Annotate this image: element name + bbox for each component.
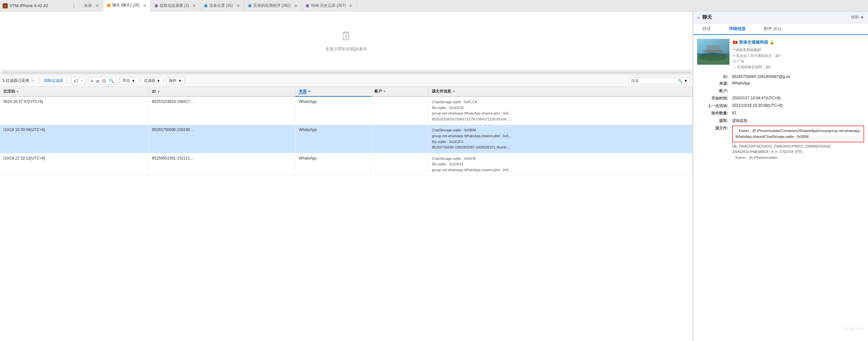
- sort-arrow-account: ▼: [383, 90, 386, 93]
- app-menu-dots[interactable]: ⋮: [70, 3, 78, 9]
- right-panel-title: 聊天: [702, 14, 848, 20]
- toolbar: 1 过滤器已应用 ▼ 清除过滤器 🏷 ▼ ≡ ≣ ⊟ 🔍 导出 ▼ 过滤器: [0, 75, 692, 87]
- tab-conversation[interactable]: 对话: [693, 23, 720, 35]
- tab-apps-close[interactable]: ✕: [294, 3, 298, 8]
- cell-source-info: ChatStorage.sqlite : 0x597EBiz.sqlite : …: [429, 153, 692, 176]
- table-row[interactable]: /9/24 16:37:47(UTC+8) 85253153833-158417…: [0, 96, 692, 125]
- chat-title: 香港交通報料區: [739, 39, 768, 46]
- chat-preview-lines: **请留意群组规则* © 私自加人而不通知组主，踢!! ◎ 广告 △ 长期唔睇吾…: [733, 47, 864, 70]
- tab-chat-close[interactable]: ✕: [143, 3, 147, 8]
- left-panel: 🗓 未显示带时间戳的事件 1 过滤器已应用 ▼ 清除过滤器 🏷 ▼ ≡ ≣ ⊟: [0, 12, 693, 341]
- col-time[interactable]: 次活动 ▼: [0, 87, 149, 96]
- source-label: 来源:: [697, 81, 730, 86]
- chat-text-preview: 🇭🇰 香港交通報料區 🔒 **请留意群组规则* © 私自加人而不通知组主，踢!!…: [733, 39, 864, 70]
- sort-arrow-id: ▼: [157, 90, 160, 93]
- tab-apps-dot: [248, 4, 251, 7]
- preview-line-3: ◎ 广告: [733, 59, 864, 64]
- cell-source-info: ChatStorage.sqlite : 0x5CC8Biz.sqlite : …: [429, 96, 692, 125]
- tab-attachments[interactable]: 附件 (61): [755, 23, 790, 35]
- chat-thumbnail: [697, 39, 730, 65]
- detail-fields: ID: 85265755690-1581905087@g.us 来源: What…: [697, 74, 864, 160]
- tab-apps[interactable]: 安装的应用程序 (392) ✕: [244, 0, 302, 12]
- chat-flag: 🇭🇰: [733, 39, 738, 45]
- search-rows-icon[interactable]: 🔍: [108, 78, 115, 84]
- align-icon-3[interactable]: ⊟: [101, 78, 107, 84]
- title-bar: V VTM iPhone 6 #2 #2 ⋮ 欢迎 ✕ 聊天 (聊天) (15)…: [0, 0, 868, 12]
- right-panel: » 聊天 转到 ▼ 对话 详细信息 附件 (61): [693, 12, 868, 341]
- cell-id: 85265755690-158190...: [149, 125, 296, 153]
- svg-rect-7: [697, 53, 730, 55]
- tag-icon[interactable]: 🏷: [73, 78, 79, 84]
- cell-time: /10/18 22:32:13(UTC+8): [0, 153, 149, 176]
- tab-location-dot: [204, 4, 208, 7]
- horizontal-scrollbar[interactable]: [0, 70, 692, 75]
- col-source-info[interactable]: 源文件信息 ▼: [429, 87, 692, 96]
- cell-source: WhatsApp: [296, 96, 371, 125]
- tab-welcome[interactable]: 欢迎 ✕: [80, 0, 103, 12]
- col-account[interactable]: 帐户 ▼: [371, 87, 429, 96]
- toolbar-separator-1: [39, 78, 40, 84]
- scrollbar-track[interactable]: [1, 71, 691, 74]
- search-input[interactable]: [631, 79, 676, 83]
- tab-bar: 欢迎 ✕ 聊天 (聊天) (15) ✕ 提取信息摘要 (1) ✕ 设备位置 (3…: [80, 0, 865, 12]
- preview-line-1: **请留意群组规则*: [733, 47, 864, 53]
- source-file-extra: (表: ZWACHATSESSION, ZWAGROUPINFO, ZWAMES…: [732, 144, 864, 155]
- actions-button[interactable]: 操作 ▼: [166, 77, 185, 85]
- tab-location-label: 设备位置 (35): [209, 3, 233, 8]
- chat-lock-icon: 🔒: [770, 39, 774, 45]
- sort-arrow-source: ▼: [308, 90, 311, 93]
- attachment-count-value: 61: [732, 111, 864, 116]
- start-time-label: 开始时间:: [697, 96, 730, 101]
- table-row[interactable]: /10/18 22:32:13(UTC+8) 85256951591-15212…: [0, 153, 692, 176]
- data-table-container: 次活动 ▼ ID ▼ 来源 ▼ 帐户 ▼: [0, 87, 692, 341]
- export-chevron: ▼: [131, 79, 135, 83]
- chat-image-inner: [697, 39, 730, 65]
- attachment-count-label: 附件数量:: [697, 111, 730, 116]
- align-icon-2[interactable]: ≣: [95, 78, 101, 84]
- right-panel-go: 转到 ▼: [851, 14, 864, 20]
- tab-location[interactable]: 设备位置 (35) ✕: [200, 0, 244, 12]
- cell-source: WhatsApp: [296, 125, 371, 153]
- tab-summary-close[interactable]: ✕: [192, 3, 196, 8]
- search-dropdown[interactable]: ▼: [684, 79, 688, 83]
- tab-chat[interactable]: 聊天 (聊天) (15) ✕: [103, 0, 151, 12]
- tab-location-close[interactable]: ✕: [236, 3, 240, 8]
- app-icon: V: [3, 3, 8, 8]
- right-panel-header: » 聊天 转到 ▼: [693, 12, 868, 23]
- search-box: 🔍 ▼: [629, 78, 690, 84]
- tab-summary-label: 提取信息摘要 (1): [160, 3, 189, 8]
- tab-summary[interactable]: 提取信息摘要 (1) ✕: [151, 0, 200, 12]
- last-activity-label: 上一次活动:: [697, 103, 730, 109]
- search-icon: 🔍: [678, 79, 683, 83]
- col-id[interactable]: ID ▼: [149, 87, 296, 96]
- preview-line-4: △ 长期唔睇吾留野，踢!!: [733, 64, 864, 70]
- account-label: 帐户:: [697, 88, 730, 94]
- source-file-box: 「Kaiser」的 iPhone/mobile/Containers/Share…: [732, 126, 864, 142]
- fetch-label: 提取:: [697, 118, 730, 124]
- col-source[interactable]: 来源 ▼: [296, 87, 371, 96]
- last-activity-value: 2021/10/18 16:30:08(UTC+8): [732, 103, 864, 109]
- tab-welcome-close[interactable]: ✕: [95, 3, 99, 8]
- right-panel-chevron: »: [697, 15, 700, 20]
- clear-filter-link[interactable]: 清除过滤器: [44, 78, 63, 84]
- tab-detail[interactable]: 详细信息: [720, 23, 755, 35]
- table-row[interactable]: /10/18 16:30:08(UTC+8) 85265755690-15819…: [0, 125, 692, 153]
- align-icon-1[interactable]: ≡: [90, 78, 94, 84]
- id-value: 85265755690-1581905087@g.us: [732, 74, 864, 79]
- source-value: WhatsApp: [732, 81, 864, 86]
- tab-chat-label: 聊天 (聊天) (15): [112, 3, 140, 8]
- data-table: 次活动 ▼ ID ▼ 来源 ▼ 帐户 ▼: [0, 87, 692, 176]
- filter-chevron: ▼: [157, 79, 160, 83]
- tab-welcome-label: 欢迎: [84, 3, 92, 8]
- go-dropdown[interactable]: ▼: [860, 15, 864, 20]
- actions-chevron: ▼: [178, 79, 182, 83]
- tab-web-close[interactable]: ✕: [349, 3, 353, 8]
- filter-button[interactable]: 过滤器 ▼: [141, 77, 163, 85]
- tab-summary-dot: [155, 4, 158, 7]
- cell-id: 85256951591-152121...: [149, 153, 296, 176]
- cell-time: /9/24 16:37:47(UTC+8): [0, 96, 149, 125]
- export-button[interactable]: 导出 ▼: [119, 77, 138, 85]
- tab-web-history[interactable]: Web 历史记录 (367) ✕: [302, 0, 357, 12]
- table-header-row: 次活动 ▼ ID ▼ 来源 ▼ 帐户 ▼: [0, 87, 692, 96]
- main-layout: 🗓 未显示带时间戳的事件 1 过滤器已应用 ▼ 清除过滤器 🏷 ▼ ≡ ≣ ⊟: [0, 12, 868, 341]
